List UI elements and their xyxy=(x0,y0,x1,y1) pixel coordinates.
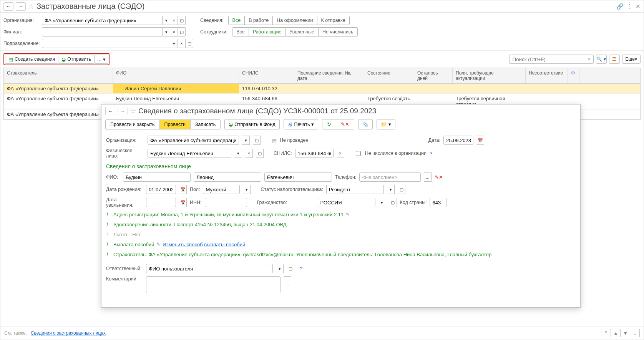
sex-input[interactable] xyxy=(203,185,240,194)
more-button[interactable]: Еще ▾ xyxy=(622,55,641,64)
open-icon[interactable]: ▢ xyxy=(253,136,261,145)
attach-button[interactable]: 📎 xyxy=(358,119,373,129)
col-state[interactable]: Состояние xyxy=(364,68,414,83)
search-clear-button[interactable]: × xyxy=(585,55,593,63)
open-icon[interactable]: ▢ xyxy=(178,16,186,25)
favorite-star-icon[interactable]: ☆ xyxy=(28,2,34,11)
dropdown-icon[interactable]: ▾ xyxy=(387,185,395,194)
clear-icon[interactable]: × xyxy=(337,149,344,158)
open-icon[interactable]: ▢ xyxy=(287,264,294,273)
link-icon[interactable]: 🔗 xyxy=(616,3,624,10)
patronymic-input[interactable] xyxy=(264,172,332,182)
open-icon[interactable]: ▢ xyxy=(186,39,193,48)
open-icon[interactable]: ▢ xyxy=(256,149,264,158)
see-also-link[interactable]: Сведения о застрахованных лицах xyxy=(31,330,106,336)
search-input[interactable] xyxy=(509,55,594,64)
ellipsis-icon[interactable]: … xyxy=(284,276,291,293)
comment-input[interactable] xyxy=(146,276,281,293)
clear-icon[interactable]: × xyxy=(245,149,253,158)
inn-input[interactable] xyxy=(205,198,247,207)
resp-input[interactable] xyxy=(146,264,273,273)
calendar-icon[interactable]: 📅 xyxy=(179,185,187,194)
open-icon[interactable]: ▢ xyxy=(389,198,397,207)
nav-up-button[interactable]: ▲ xyxy=(611,329,621,337)
report-button[interactable]: ☰ xyxy=(609,55,620,64)
calendar-icon[interactable]: 📅 xyxy=(476,136,484,145)
kebab-icon[interactable]: ⋮ xyxy=(627,3,632,10)
col-snils[interactable]: СНИЛС xyxy=(239,68,294,83)
dropdown-icon[interactable]: ▾ xyxy=(170,39,178,48)
org-combo[interactable] xyxy=(42,16,163,25)
col-mismatch[interactable]: Несоответствие xyxy=(526,68,568,83)
open-icon[interactable]: ▢ xyxy=(398,185,405,194)
help-icon[interactable]: ? xyxy=(430,151,432,156)
nav-last-button[interactable]: ⤓ xyxy=(630,329,640,337)
name-input[interactable] xyxy=(194,172,261,182)
identity-line[interactable]: 〉 Удостоверение личности: Паспорт 4154 №… xyxy=(106,221,576,228)
table-row[interactable]: ФА «Управление субъекта федерации» Ильин… xyxy=(4,84,640,94)
send-fund-button[interactable]: ◒ Отправить в Фонд xyxy=(224,119,279,129)
more-menu-button[interactable]: … ▾ xyxy=(94,55,108,64)
change-pay-link[interactable]: Изменить способ выплаты пособий xyxy=(163,242,245,247)
post-button[interactable]: Провести xyxy=(160,120,191,129)
nav-down-button[interactable]: ▼ xyxy=(620,329,630,337)
sotr-tab-working[interactable]: Работающие xyxy=(249,28,286,36)
col-days[interactable]: Осталось дней xyxy=(414,68,453,83)
dropdown-icon[interactable]: ▾ xyxy=(276,264,284,273)
dob-input[interactable] xyxy=(146,185,176,194)
pay-line[interactable]: 〉 Выплата пособий ✎ Изменить способ выпл… xyxy=(106,241,576,248)
delete-button[interactable]: ✎✕ xyxy=(336,119,354,129)
dropdown-icon[interactable]: ▾ xyxy=(163,16,170,25)
taxstatus-input[interactable] xyxy=(326,185,384,194)
snils-input[interactable] xyxy=(295,149,334,158)
edit-pencil-icon[interactable]: ✎ xyxy=(156,242,160,247)
dropdown-icon[interactable]: ▾ xyxy=(242,136,250,145)
col-last[interactable]: Последние сведения: №, дата xyxy=(294,68,364,83)
sved-tab-inwork[interactable]: В работе xyxy=(245,16,273,25)
print-button[interactable]: 🖨 Печать ▾ xyxy=(284,119,319,129)
close-icon[interactable]: ✕ xyxy=(636,3,641,10)
benefits-line[interactable]: 〉 Льготы: Нет xyxy=(106,231,576,238)
sotr-tab-notlisted[interactable]: Не числились xyxy=(319,28,357,36)
nav-forward-button[interactable]: → xyxy=(16,2,26,11)
card-org-input[interactable] xyxy=(148,136,239,145)
card-star-icon[interactable]: ☆ xyxy=(130,107,136,115)
search-button[interactable]: 🔍 ▾ xyxy=(596,55,607,64)
country-code-input[interactable] xyxy=(430,198,446,207)
col-fio[interactable]: ФИО xyxy=(113,68,239,83)
clear-icon[interactable]: × xyxy=(170,16,178,25)
post-close-button[interactable]: Провести и закрыть xyxy=(106,120,160,129)
not-listed-checkbox[interactable] xyxy=(356,151,361,156)
surname-input[interactable] xyxy=(123,172,191,182)
address-line[interactable]: 〉 Адрес регистрации: Москва, 1-й Угрешск… xyxy=(106,211,576,218)
card-nav-forward[interactable]: → xyxy=(118,107,128,115)
col-insurer[interactable]: Страхователь xyxy=(4,68,113,83)
edit-pencil-red-icon[interactable]: ✎✕ xyxy=(435,174,443,180)
col-fields[interactable]: Поля, требующие актуализации xyxy=(453,68,526,83)
sved-tab-all[interactable]: Все xyxy=(229,16,245,25)
citizenship-input[interactable] xyxy=(318,198,375,207)
calendar-icon[interactable]: 📅 xyxy=(179,198,187,207)
nav-back-button[interactable]: ← xyxy=(3,2,13,11)
help-icon[interactable]: ? xyxy=(300,266,302,272)
send-button[interactable]: ◒ Отправить xyxy=(58,55,95,64)
dismiss-input[interactable] xyxy=(146,198,176,207)
nav-first-button[interactable]: ⤒ xyxy=(601,329,611,337)
dropdown-icon[interactable]: ▾ xyxy=(163,27,170,36)
open-icon[interactable]: ▢ xyxy=(178,27,186,36)
sved-tab-tosend[interactable]: К отправке xyxy=(317,16,349,25)
clear-icon[interactable]: × xyxy=(170,27,178,36)
col-settings[interactable]: ⚙ xyxy=(568,68,579,83)
refresh-button[interactable]: ↻ xyxy=(322,119,336,129)
dept-combo[interactable] xyxy=(42,39,170,48)
card-nav-back[interactable]: ← xyxy=(105,107,115,115)
card-date-input[interactable] xyxy=(443,136,473,145)
filial-combo[interactable] xyxy=(42,27,163,36)
ellipsis-icon[interactable]: … xyxy=(424,172,432,182)
sved-tab-draft[interactable]: На оформлении xyxy=(273,16,317,25)
person-input[interactable] xyxy=(148,149,231,158)
create-button[interactable]: ▤ Создать сведения xyxy=(5,55,58,64)
insurer-line[interactable]: 〉 Страхователь: ФА «Управление субъекта … xyxy=(106,251,576,258)
save-button[interactable]: Записать xyxy=(191,120,220,129)
edit-pencil-icon[interactable]: ✎ xyxy=(346,212,350,217)
